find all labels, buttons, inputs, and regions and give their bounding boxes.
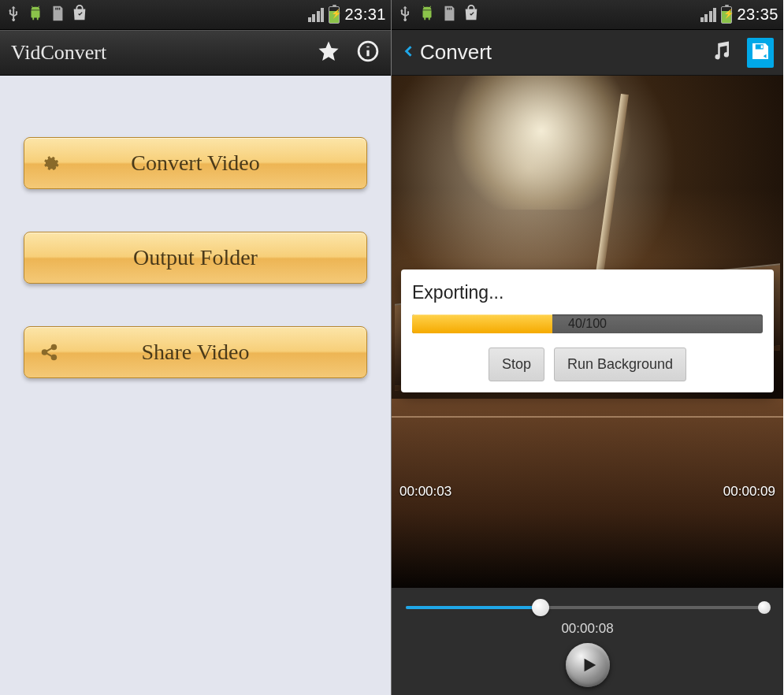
signal-icon xyxy=(700,8,717,22)
total-time: 00:00:08 xyxy=(403,621,772,637)
share-icon xyxy=(39,341,61,363)
usb-icon xyxy=(5,5,22,25)
shopping-bag-icon xyxy=(71,5,88,25)
stop-button[interactable]: Stop xyxy=(489,348,544,381)
chevron-left-icon xyxy=(401,39,417,66)
time-overlay: 00:00:03 00:00:09 xyxy=(399,484,775,500)
svg-point-3 xyxy=(53,165,56,169)
gear-icon xyxy=(39,152,61,174)
current-time: 00:00:03 xyxy=(399,484,451,500)
screen-home: 23:31 VidConvert Convert Video Output Fo… xyxy=(0,0,392,695)
button-label: Convert Video xyxy=(24,151,366,176)
player-controls: 00:00:08 xyxy=(392,588,783,695)
app-bar: Convert xyxy=(392,30,783,76)
status-time: 23:35 xyxy=(737,6,778,24)
home-body: Convert Video Output Folder Share Video xyxy=(0,76,391,695)
save-icon[interactable] xyxy=(747,38,774,68)
battery-charging-icon xyxy=(721,6,732,24)
music-icon[interactable] xyxy=(709,39,733,66)
status-bar: 23:31 xyxy=(0,0,391,30)
video-preview[interactable]: Exporting... 40/100 Stop Run Background … xyxy=(392,76,783,588)
seek-bar[interactable] xyxy=(406,599,769,616)
svg-line-8 xyxy=(46,353,53,356)
info-icon[interactable] xyxy=(356,39,380,66)
progress-bar: 40/100 xyxy=(412,314,763,333)
screen-convert: 23:35 Convert Exporting... 40/ xyxy=(392,0,783,695)
app-title: VidConvert xyxy=(11,41,106,65)
page-title: Convert xyxy=(420,40,492,65)
export-dialog: Exporting... 40/100 Stop Run Background xyxy=(401,269,774,392)
button-label: Share Video xyxy=(24,340,366,365)
usb-icon xyxy=(396,5,414,25)
sd-card-icon xyxy=(440,5,458,25)
status-time: 23:31 xyxy=(344,6,386,24)
android-icon xyxy=(27,5,44,25)
end-time: 00:00:09 xyxy=(723,484,775,500)
android-icon xyxy=(418,5,436,25)
button-label: Output Folder xyxy=(24,245,366,270)
battery-charging-icon xyxy=(329,6,340,24)
output-folder-button[interactable]: Output Folder xyxy=(24,232,367,284)
status-bar: 23:35 xyxy=(392,0,783,30)
run-background-button[interactable]: Run Background xyxy=(554,348,686,381)
shopping-bag-icon xyxy=(463,5,480,25)
sd-card-icon xyxy=(49,5,66,25)
convert-video-button[interactable]: Convert Video xyxy=(24,137,367,189)
share-video-button[interactable]: Share Video xyxy=(24,326,367,378)
back-button[interactable]: Convert xyxy=(401,39,492,66)
favorite-icon[interactable] xyxy=(317,39,340,66)
svg-line-7 xyxy=(46,348,53,351)
signal-icon xyxy=(308,8,325,22)
dialog-title: Exporting... xyxy=(412,282,763,303)
progress-text: 40/100 xyxy=(568,317,607,331)
app-bar: VidConvert xyxy=(0,30,391,76)
play-button[interactable] xyxy=(566,643,610,687)
